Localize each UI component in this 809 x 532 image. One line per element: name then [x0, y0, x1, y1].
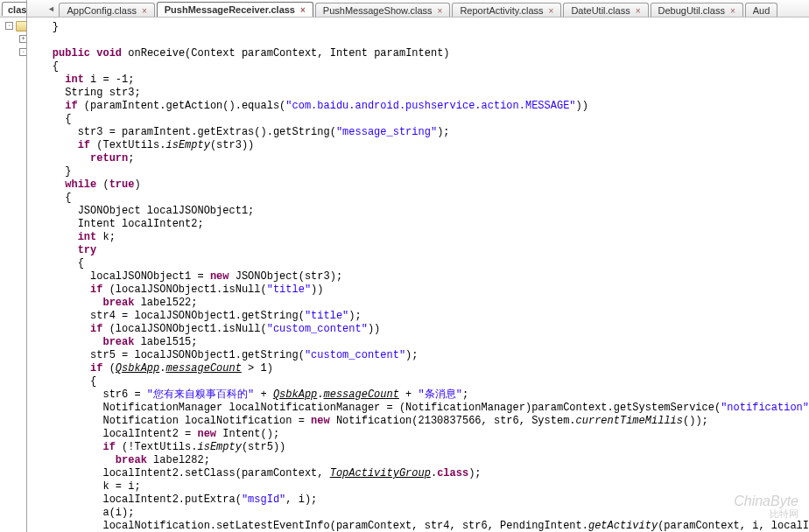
- editor-tab-pushmessagereceiver-class[interactable]: PushMessageReceiver.class×: [157, 2, 313, 17]
- expander-icon[interactable]: -: [5, 22, 13, 30]
- editor-tab-appconfig-class[interactable]: AppConfig.class×: [59, 3, 154, 17]
- tab-nav-left-icon[interactable]: ◄: [45, 4, 57, 13]
- tree-node-provider[interactable]: +provider: [0, 242, 26, 256]
- close-icon[interactable]: ×: [438, 6, 443, 16]
- tree-node-thirdparty[interactable]: +thirdparty: [0, 439, 26, 452]
- tree-node-utils[interactable]: +utils: [0, 452, 26, 466]
- editor-tab-bar: ◄ AppConfig.class×PushMessageReceiver.cl…: [27, 0, 809, 18]
- tree-node-share[interactable]: +share: [0, 426, 26, 439]
- editor-tab-reportactivity-class[interactable]: ReportActivity.class×: [452, 3, 561, 17]
- close-icon[interactable]: ×: [142, 6, 147, 16]
- tree-node-bean[interactable]: +bean: [0, 98, 26, 111]
- tree-node-message[interactable]: +message: [0, 216, 26, 229]
- tree-node-report[interactable]: +report: [0, 400, 26, 413]
- tree-node-model[interactable]: +model: [0, 229, 26, 242]
- tree-node-api[interactable]: +api: [0, 85, 26, 98]
- tree-node-common[interactable]: +common: [0, 124, 26, 137]
- tree-node-manager[interactable]: +manager: [0, 203, 26, 216]
- tree-node-push[interactable]: -push: [0, 256, 26, 269]
- tree-node-pushmessageshow[interactable]: PushMessageShow: [0, 282, 26, 295]
- tree-node-appmanager[interactable]: +AppManager: [0, 518, 26, 531]
- tree-node-e[interactable]: +e: [0, 374, 26, 387]
- tree-node-appconfig[interactable]: +AppConfig: [0, 492, 26, 505]
- tree-node-loader[interactable]: +loader: [0, 190, 26, 203]
- tree-node-adapter[interactable]: +adapter: [0, 72, 26, 85]
- close-icon[interactable]: ×: [730, 6, 735, 16]
- tree-node-c[interactable]: +c: [0, 347, 26, 360]
- tab-label: PushMessageShow.class: [323, 5, 433, 16]
- tab-label: DateUtil.class: [571, 5, 630, 16]
- tree-node-activity[interactable]: +activity: [0, 59, 26, 72]
- tree-node-pushmessagereceiver[interactable]: PushMessageReceiver: [0, 269, 26, 282]
- tree-body[interactable]: -com+org.apache.cordova-qsbk.app+activit…: [0, 18, 26, 532]
- tab-label: ReportActivity.class: [460, 5, 543, 16]
- expander-icon[interactable]: +: [19, 35, 26, 43]
- tab-label: AppConfig.class: [67, 5, 137, 16]
- editor-tab-aud[interactable]: Aud: [745, 3, 778, 17]
- close-icon[interactable]: ×: [549, 6, 554, 16]
- expander-icon[interactable]: -: [19, 48, 26, 56]
- tree-node-widget[interactable]: +widget: [0, 466, 26, 479]
- close-icon[interactable]: ×: [636, 6, 641, 16]
- tree-node-core[interactable]: +core: [0, 150, 26, 164]
- tree-node-com[interactable]: -com: [0, 19, 26, 32]
- tree-node-d[interactable]: +d: [0, 360, 26, 374]
- tab-label: DebugUtil.class: [658, 5, 725, 16]
- tab-label: PushMessageReceiver.class: [165, 4, 295, 15]
- package-icon: [16, 21, 26, 32]
- tree-node-appcontext[interactable]: +AppContext: [0, 505, 26, 518]
- tree-node-pushpingback[interactable]: PushPingBack: [0, 295, 26, 308]
- code-editor[interactable]: } public void onReceive(Context paramCon…: [27, 18, 809, 532]
- tree-node-b[interactable]: +b: [0, 334, 26, 347]
- tree-tab[interactable]: classes_dex2jar.jar: [2, 2, 27, 16]
- tree-node-cache[interactable]: +cache: [0, 111, 26, 124]
- tree-node-utils[interactable]: Utils: [0, 308, 26, 321]
- editor-tab-dateutil-class[interactable]: DateUtil.class×: [563, 3, 648, 17]
- tree-node-f[interactable]: +f: [0, 387, 26, 400]
- tab-label: Aud: [753, 5, 770, 16]
- close-icon[interactable]: ×: [300, 5, 306, 15]
- tree-node-service[interactable]: +service: [0, 413, 26, 426]
- tree-tab-bar: classes_dex2jar.jar: [0, 0, 26, 18]
- editor-panel: ◄ AppConfig.class×PushMessageReceiver.cl…: [27, 0, 809, 532]
- tree-node-database[interactable]: +database: [0, 164, 26, 177]
- tree-node-org-apache-cordova[interactable]: +org.apache.cordova: [0, 32, 26, 46]
- editor-tab-pushmessageshow-class[interactable]: PushMessageShow.class×: [315, 3, 451, 17]
- tree-node-about[interactable]: +About: [0, 479, 26, 492]
- tree-node-a[interactable]: +a: [0, 321, 26, 334]
- project-tree-panel: classes_dex2jar.jar -com+org.apache.cord…: [0, 0, 27, 532]
- tree-node-compat[interactable]: +compat: [0, 137, 26, 150]
- editor-tab-debugutil-class[interactable]: DebugUtil.class×: [651, 3, 743, 17]
- tree-node-exception[interactable]: +exception: [0, 177, 26, 190]
- tree-node-qsbk-app[interactable]: -qsbk.app: [0, 46, 26, 59]
